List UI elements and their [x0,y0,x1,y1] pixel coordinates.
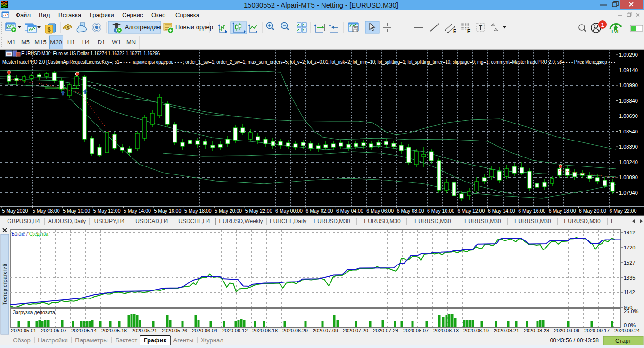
svg-text:6 May 12:00: 6 May 12:00 [458,208,485,214]
svg-text:2020.08.21: 2020.08.21 [494,328,519,333]
svg-text:1.09290: 1.09290 [619,52,638,58]
svg-text:6 May 02:00: 6 May 02:00 [306,208,333,214]
svg-text:MN: MN [126,39,136,46]
svg-text:2020.09.24: 2020.09.24 [614,328,640,333]
svg-text:5 May 10:00: 5 May 10:00 [63,208,90,214]
svg-text:6 May 10:00: 6 May 10:00 [427,208,454,214]
svg-text:5 May 08:00: 5 May 08:00 [33,208,60,214]
svg-text:2020.09.09: 2020.09.09 [554,328,579,333]
svg-text:$: $ [47,26,51,33]
svg-text:1.08690: 1.08690 [619,113,638,119]
svg-text:AUDUSD,Daily: AUDUSD,Daily [48,218,86,224]
svg-text:Новый ордер: Новый ордер [175,24,213,31]
svg-text:Баланс: Баланс [12,231,25,237]
svg-text:Бэктест: Бэктест [116,337,138,344]
svg-text:Старт: Старт [615,338,631,344]
svg-text:USDCAD,H4: USDCAD,H4 [135,218,168,224]
svg-text:EURUSD,M30: Euro vs US Dollar: EURUSD,M30: Euro vs US Dollar 1.16274 1.… [21,50,160,56]
svg-text:T: T [479,25,483,31]
svg-text:5 May 22:00: 5 May 22:00 [245,208,272,214]
svg-text:2020.07.20: 2020.07.20 [343,328,368,333]
svg-text:EURUSD,M30: EURUSD,M30 [314,218,350,224]
svg-text:2020.08.19: 2020.08.19 [463,328,489,333]
svg-text:1: 1 [601,22,604,28]
svg-text:1720: 1720 [624,245,635,250]
svg-text:6 May 20:00: 6 May 20:00 [579,208,606,214]
svg-text:2020.05.18: 2020.05.18 [101,328,127,333]
svg-text:F: F [467,29,470,34]
svg-text:E: E [611,218,615,224]
svg-text:6 May 04:00: 6 May 04:00 [336,208,363,214]
svg-text:График: График [144,337,166,344]
svg-text:5 May 2020: 5 May 2020 [2,208,28,214]
svg-text:2020.08.13: 2020.08.13 [433,328,459,333]
svg-text:2020.05.01: 2020.05.01 [11,328,36,333]
svg-text:25.0%: 25.0% [624,308,638,314]
svg-text:1335: 1335 [624,275,635,281]
svg-text:6 May 18:00: 6 May 18:00 [549,208,576,214]
svg-text:2020.08.28: 2020.08.28 [524,328,549,333]
svg-text:1142: 1142 [624,290,635,295]
svg-text:2020.09.17: 2020.09.17 [584,328,610,333]
svg-text:00:43:56 / 00:43:58: 00:43:56 / 00:43:58 [550,337,599,344]
svg-text:Алготрейдинг: Алготрейдинг [125,24,162,31]
svg-text:1.08540: 1.08540 [619,129,638,134]
svg-text:1912: 1912 [624,230,635,235]
svg-text:Журнал: Журнал [201,337,223,344]
svg-text:5: 5 [66,25,69,30]
svg-text:Обзор: Обзор [13,337,31,344]
svg-text:6 May 14:00: 6 May 14:00 [488,208,515,214]
svg-text:EURUSD,M30: EURUSD,M30 [464,218,501,224]
svg-text:Окно: Окно [151,11,165,18]
svg-text:6 May 08:00: 6 May 08:00 [397,208,424,214]
svg-text:GBPUSD,H4: GBPUSD,H4 [7,218,40,224]
svg-text:1.08840: 1.08840 [619,98,638,104]
svg-text:MasterTradePRO 2.0 [CustomApiR: MasterTradePRO 2.0 [CustomApiRequestLice… [2,59,615,65]
svg-text:Файл: Файл [16,11,31,18]
svg-text:Вставка: Вставка [58,11,82,18]
svg-text:1.07940: 1.07940 [619,190,638,196]
svg-text:2020.05.26: 2020.05.26 [162,328,187,333]
svg-text:EURUSD,Weekly: EURUSD,Weekly [219,218,263,224]
svg-text:2020.06.18: 2020.06.18 [252,328,278,333]
svg-text:LVL: LVL [611,29,619,34]
svg-text:USDJPY,H4: USDJPY,H4 [94,218,125,224]
svg-text:Графики: Графики [90,11,114,18]
svg-text:EURUSD,M30: EURUSD,M30 [564,218,601,224]
svg-text:Настройки: Настройки [38,337,68,344]
svg-text:2020.06.04: 2020.06.04 [192,328,217,333]
svg-text:5 May 20:00: 5 May 20:00 [215,208,242,214]
svg-text:/: / [26,231,28,237]
svg-text:1.09140: 1.09140 [619,67,638,73]
svg-text:EURUSD,M30: EURUSD,M30 [364,218,401,224]
svg-text:15030552 - Alpari-MT5 - Nettin: 15030552 - Alpari-MT5 - Netting - [EURUS… [244,1,398,9]
svg-text:6 May 22:00: 6 May 22:00 [610,208,637,214]
svg-text:Справка: Справка [175,11,200,18]
svg-text:5 May 12:00: 5 May 12:00 [93,208,121,214]
svg-text:2020.05.14: 2020.05.14 [71,328,97,333]
svg-text:6 May 16:00: 6 May 16:00 [518,208,545,214]
svg-text:6 May 00:00: 6 May 00:00 [275,208,303,214]
svg-text:W1: W1 [112,39,121,46]
svg-text:1.08240: 1.08240 [619,159,638,165]
svg-text:M15: M15 [34,39,46,46]
svg-text:2020.06.12: 2020.06.12 [222,328,248,333]
svg-text:Вид: Вид [39,11,50,18]
svg-text:5 May 14:00: 5 May 14:00 [124,208,151,214]
svg-text:2020.08.07: 2020.08.07 [403,328,429,333]
svg-text:M1: M1 [7,39,16,46]
svg-text:Средства: Средства [29,231,48,237]
svg-text:1.08090: 1.08090 [619,174,638,180]
svg-text:2020.06.29: 2020.06.29 [282,328,308,333]
svg-text:H4: H4 [82,39,90,46]
svg-text:D1: D1 [98,39,106,46]
svg-text:5 May 18:00: 5 May 18:00 [184,208,212,214]
svg-text:H1: H1 [67,39,75,46]
svg-text:Загрузка депозита: Загрузка депозита [13,309,55,315]
svg-text:USDCHF,H4: USDCHF,H4 [178,218,210,224]
svg-text:2020.05.07: 2020.05.07 [41,328,66,333]
svg-text:EURCHF,Daily: EURCHF,Daily [270,218,307,224]
svg-text:E: E [453,29,456,34]
svg-text:Параметры: Параметры [75,337,107,344]
svg-text:EURUSD,M30: EURUSD,M30 [514,218,551,224]
